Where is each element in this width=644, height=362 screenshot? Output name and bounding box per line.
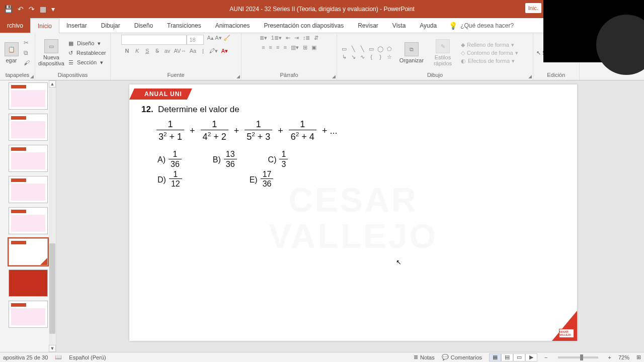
tab-vista[interactable]: Vista	[385, 18, 413, 33]
font-color-button[interactable]: A▾	[221, 48, 228, 54]
notes-button[interactable]: ≣ Notas	[414, 354, 435, 360]
slide-thumbnail[interactable]	[9, 82, 48, 110]
layout-button[interactable]: ▦ Diseño ▾	[66, 40, 110, 47]
slide-thumbnail[interactable]	[9, 114, 48, 141]
quick-styles-button[interactable]: ✎ Estilos rápidos	[430, 39, 456, 66]
char-spacing-button[interactable]: AV↔	[174, 48, 187, 54]
slide[interactable]: ANUAL UNI CESAR VALLEJO 12. Determine el…	[129, 84, 577, 341]
shapes-gallery[interactable]: ▭╲╲▭◯⬠ ↳↘∿{}☆	[340, 45, 393, 60]
section-button[interactable]: ☰ Sección ▾	[66, 59, 110, 66]
question-block: 12. Determine el valor de 132 + 1 + 142 …	[141, 105, 339, 190]
italic-button[interactable]: K	[134, 48, 141, 54]
slide-thumbnail[interactable]	[9, 301, 48, 328]
question-number: 12.	[141, 105, 153, 114]
arrange-button[interactable]: ⧉ Organizar	[398, 42, 425, 63]
zoom-in-button[interactable]: +	[608, 354, 611, 360]
slide-counter[interactable]: apositiva 25 de 30	[3, 354, 48, 360]
sign-in-chip[interactable]: Inic.	[525, 3, 541, 13]
decrease-indent-button[interactable]: ⇤	[286, 35, 290, 41]
cut-icon[interactable]: ✂	[22, 39, 32, 47]
tab-diseno[interactable]: Diseño	[127, 18, 160, 33]
change-case-button[interactable]: Aa	[189, 48, 196, 54]
brand-logo: CESAR VALLEJO	[559, 329, 574, 338]
bullets-button[interactable]: ≣▾	[260, 35, 267, 41]
font-color-highlight-icon[interactable]: 🖍▾	[209, 48, 218, 54]
group-label-drawing: Dibujo	[340, 71, 530, 79]
customize-qat-icon[interactable]: ▾	[51, 5, 55, 13]
slide-thumbnail[interactable]	[9, 269, 48, 297]
strike-button[interactable]: S̶	[154, 48, 161, 54]
shadow-button[interactable]: av	[164, 48, 171, 54]
slide-thumbnail[interactable]	[9, 207, 48, 234]
new-slide-icon: ▭	[44, 39, 58, 53]
scroll-thumb[interactable]	[49, 243, 55, 334]
copy-icon[interactable]: ⧉	[22, 49, 32, 57]
present-from-beginning-icon[interactable]: ▦	[40, 5, 46, 13]
font-size-combo[interactable]	[187, 35, 204, 45]
clipboard-launcher-icon[interactable]: ◢	[30, 74, 34, 79]
sorter-view-button[interactable]: ▤	[501, 353, 513, 361]
answer-options: A) 136 B) 1336 C) 13 D) 112 E) 1736	[157, 150, 339, 190]
underline-button[interactable]: S	[144, 48, 151, 54]
tab-revisar[interactable]: Revisar	[351, 18, 385, 33]
window-title: AUNI 2024 - 32 Series II (Teoria, dirigi…	[229, 6, 415, 13]
justify-button[interactable]: ≡	[283, 44, 286, 51]
smartart-button[interactable]: ▣	[311, 44, 316, 51]
numbering-button[interactable]: 1≣▾	[271, 35, 282, 41]
shape-outline-button[interactable]: ◇ Contorno de forma ▾	[461, 50, 518, 56]
tell-me-search[interactable]: 💡 ¿Qué desea hacer?	[449, 18, 514, 33]
align-right-button[interactable]: ≡	[276, 44, 279, 51]
line-spacing-button[interactable]: ↕≣	[303, 35, 310, 41]
undo-icon[interactable]: ↶	[18, 5, 24, 13]
shape-effects-button[interactable]: ◐ Efectos de forma ▾	[461, 58, 518, 64]
tab-ayuda[interactable]: Ayuda	[413, 18, 444, 33]
text-direction-button[interactable]: ⇵	[314, 35, 318, 41]
reading-view-button[interactable]: ▭	[513, 353, 525, 361]
slide-thumbnail-current[interactable]	[9, 238, 48, 265]
format-painter-icon[interactable]: 🖌	[22, 59, 32, 67]
zoom-level[interactable]: 72%	[618, 354, 629, 360]
fit-to-window-button[interactable]: ⊞	[636, 354, 641, 360]
paragraph-launcher-icon[interactable]: ◢	[332, 74, 336, 79]
tab-dibujar[interactable]: Dibujar	[94, 18, 127, 33]
columns-button[interactable]: ▥▾	[291, 44, 299, 51]
tab-insertar[interactable]: Insertar	[59, 18, 94, 33]
shape-fill-button[interactable]: ◆ Relleno de forma ▾	[461, 42, 518, 48]
tab-animaciones[interactable]: Animaciones	[208, 18, 257, 33]
font-name-combo[interactable]	[121, 35, 187, 45]
zoom-out-button[interactable]: −	[544, 354, 547, 360]
align-center-button[interactable]: ≡	[269, 44, 272, 51]
font-launcher-icon[interactable]: ◢	[236, 74, 240, 79]
group-label-font: Fuente	[114, 71, 238, 79]
align-left-button[interactable]: ≡	[262, 44, 265, 51]
paste-button[interactable]: 📋 egar	[3, 42, 20, 63]
group-label-slides: Diapositivas	[38, 71, 107, 79]
tab-inicio[interactable]: Inicio	[30, 19, 59, 33]
spellcheck-icon[interactable]: 📖	[55, 354, 62, 360]
scroll-down-icon[interactable]: ▼	[49, 345, 56, 352]
slide-thumbnail[interactable]	[9, 145, 48, 172]
new-slide-button[interactable]: ▭ Nueva diapositiva	[38, 39, 64, 66]
bold-button[interactable]: N	[124, 48, 131, 54]
increase-indent-button[interactable]: ⇥	[294, 35, 299, 41]
language-indicator[interactable]: Español (Perú)	[69, 354, 106, 360]
tab-presentacion[interactable]: Presentación con diapositivas	[257, 18, 351, 33]
group-label-paragraph: Párrafo	[245, 71, 334, 79]
save-icon[interactable]: 💾	[4, 5, 13, 13]
slideshow-view-button[interactable]: ▶	[525, 353, 537, 361]
zoom-slider[interactable]	[558, 356, 598, 358]
slide-canvas-area[interactable]: ANUAL UNI CESAR VALLEJO 12. Determine el…	[56, 80, 644, 352]
quick-access-toolbar: 💾 ↶ ↷ ▦ ▾	[4, 5, 55, 13]
scroll-up-icon[interactable]: ▲	[49, 80, 56, 87]
normal-view-button[interactable]: ▦	[489, 353, 501, 361]
tab-file[interactable]: rchivo	[0, 18, 30, 33]
drawing-launcher-icon[interactable]: ◢	[528, 74, 532, 79]
redo-icon[interactable]: ↷	[29, 5, 35, 13]
comments-button[interactable]: 💬 Comentarios	[442, 354, 482, 360]
course-badge: ANUAL UNI	[129, 88, 192, 100]
align-text-button[interactable]: ⊞	[303, 44, 307, 51]
slide-thumbnail[interactable]	[9, 176, 48, 203]
reset-button[interactable]: ↺ Restablecer	[66, 49, 110, 57]
thumbnail-scrollbar[interactable]: ▲ ▼	[49, 80, 56, 352]
tab-transiciones[interactable]: Transiciones	[160, 18, 208, 33]
